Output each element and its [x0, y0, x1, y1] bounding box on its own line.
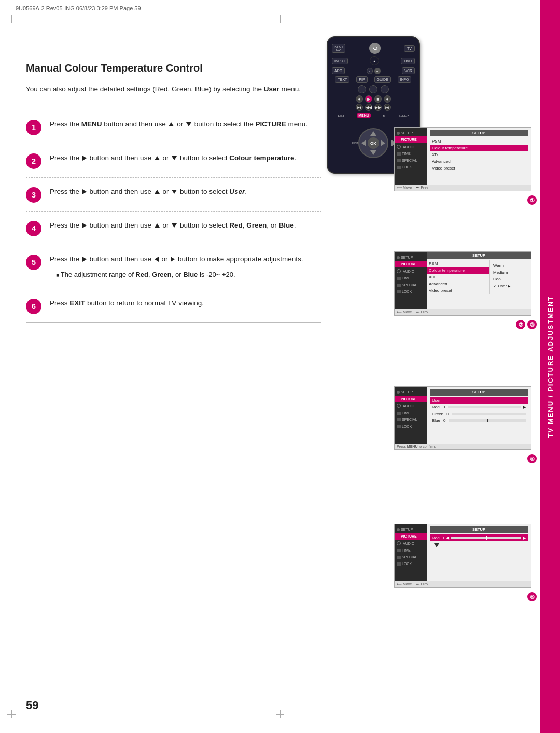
center-circle: ●	[370, 56, 379, 65]
tv-button[interactable]: TV	[404, 45, 415, 52]
screen3-wrapper: SETUP PICTURE AUDIO TIME SPECIAL	[394, 386, 537, 466]
screen2-wrapper: SETUP PICTURE AUDIO TIME SPECIAL	[394, 251, 537, 331]
screen2-menu-area: PSM Colour temperature XD Advanced Video…	[427, 260, 531, 294]
guide-button[interactable]: GUIDE	[374, 76, 391, 83]
section-title: Manual Colour Temperature Control	[26, 62, 321, 74]
info-button[interactable]: INFO	[398, 76, 412, 83]
media-fforward[interactable]: ⏭	[384, 104, 391, 111]
screen2-badge1: ②	[516, 320, 525, 329]
num-btn-3[interactable]	[381, 85, 389, 93]
dot-buttons: - ●	[367, 68, 381, 74]
sb1-setup: SETUP	[395, 130, 427, 136]
screen3-item-red: Red 0 ▶	[430, 404, 528, 411]
dot-button[interactable]: ●	[374, 68, 381, 74]
ok-button[interactable]: OK	[368, 137, 379, 149]
footer2-prev: ▪▪▪ Prev	[416, 310, 428, 314]
screen1-item-video-preset: Video preset	[430, 165, 528, 172]
step-number-3: 3	[26, 187, 41, 203]
vcr-button[interactable]: VCR	[402, 67, 415, 74]
step-number-2: 2	[26, 153, 41, 169]
footer4-move: ⟺ Move	[397, 582, 412, 586]
footer4-prev: ▪▪▪ Prev	[416, 582, 428, 586]
screen3-footer: Press MENU to confirm.	[395, 444, 531, 449]
nav-left[interactable]	[361, 140, 366, 146]
sb3-time: TIME	[395, 410, 427, 416]
media-prev[interactable]: ●	[356, 95, 363, 103]
step-1: 1 Press the MENU button and then use or …	[26, 110, 321, 144]
screen1-badge: ①	[527, 195, 537, 205]
step-text-1: Press the MENU button and then use or bu…	[50, 119, 321, 130]
sb2-setup: SETUP	[395, 254, 427, 261]
sb3-setup: SETUP	[395, 389, 427, 396]
footer-move: ⟺ Move	[397, 186, 412, 190]
sb2-picture: PICTURE	[395, 261, 427, 267]
step-text-5: Press the button and then use or button …	[50, 253, 321, 280]
screen4-main: SETUP Red 0 ◀ ▶	[427, 524, 531, 581]
nav-down[interactable]	[370, 150, 376, 155]
dash-button[interactable]: -	[367, 68, 373, 74]
input-da-button[interactable]: INPUTD/A	[332, 44, 345, 53]
sb1-audio: AUDIO	[395, 143, 427, 150]
arc-button[interactable]: ARC	[332, 67, 345, 74]
sb3-picture: PICTURE	[395, 396, 427, 402]
mi-button[interactable]: MI	[383, 114, 386, 117]
pip-button[interactable]: PIP	[356, 76, 367, 83]
screen2-inner: SETUP PICTURE AUDIO TIME SPECIAL	[395, 252, 531, 309]
sb2-special: SPECIAL	[395, 281, 427, 288]
sb1-time: TIME	[395, 150, 427, 157]
screen4-badge: ⑤	[527, 592, 537, 601]
print-header: 9U0569A-2 Rev05-ING 06/8/23 3:29 PM Page…	[16, 5, 141, 11]
power-button[interactable]: ⏻	[369, 43, 381, 54]
media-play[interactable]: ▶	[365, 95, 372, 103]
list-button[interactable]: LIST	[338, 114, 345, 117]
nav-ring: OK	[358, 128, 388, 158]
screen2-item-xd: XD	[427, 274, 489, 280]
nav-up[interactable]	[370, 131, 376, 136]
screen2-user: User	[493, 283, 528, 289]
step-4: 4 Press the button and then use or butto…	[26, 212, 321, 245]
step-number-6: 6	[26, 299, 41, 314]
screen2-item-psm: PSM	[427, 260, 489, 267]
media-stop[interactable]: ■	[374, 95, 382, 103]
screen2-item-video-preset: Video preset	[427, 287, 489, 294]
screen4-inner: SETUP PICTURE AUDIO TIME SPECIAL	[395, 524, 531, 581]
step-3: 3 Press the button and then use or butto…	[26, 178, 321, 212]
media-rewind[interactable]: ⏮	[356, 104, 363, 111]
crosshair-bottom-left	[7, 710, 16, 718]
menu-buttons-row: LIST MENU MI SLEEP	[332, 113, 415, 118]
screen3-item-user: User	[430, 397, 528, 404]
media-forward[interactable]: ▶▶	[374, 104, 382, 111]
sb4-setup: SETUP	[395, 526, 427, 533]
screen2-main: SETUP PSM Colour temperature XD Advanced…	[427, 252, 531, 309]
num-btn-2[interactable]	[369, 85, 377, 93]
step-number-1: 1	[26, 120, 41, 135]
screen3-item-blue: Blue 0	[430, 417, 528, 424]
dvd-button[interactable]: DVD	[401, 58, 415, 64]
screen4-header: SETUP	[430, 526, 528, 533]
sb4-time: TIME	[395, 547, 427, 554]
num-btn-1[interactable]	[358, 85, 366, 93]
screen4-sidebar: SETUP PICTURE AUDIO TIME SPECIAL	[395, 524, 427, 581]
screen1-footer: ⟺ Move ▪▪▪ Prev	[395, 185, 531, 191]
nav-right[interactable]	[381, 140, 385, 146]
sb3-lock: LOCK	[395, 423, 427, 430]
screen2-header: SETUP	[427, 252, 531, 259]
screen2-item-colour-temp: Colour temperature	[427, 267, 489, 274]
media-back[interactable]: ◀◀	[365, 104, 372, 111]
screen1-inner: SETUP PICTURE AUDIO TIME SPECIAL	[395, 128, 531, 185]
screen3-inner: SETUP PICTURE AUDIO TIME SPECIAL	[395, 387, 531, 444]
number-buttons-row	[332, 85, 415, 93]
badge1-row: ①	[394, 195, 537, 205]
step-text-6: Press EXIT button to return to normal TV…	[50, 298, 321, 309]
text-button[interactable]: TEXT	[335, 76, 349, 83]
media-next[interactable]: ●	[384, 95, 391, 103]
input-button[interactable]: INPUT	[332, 58, 348, 64]
screen3-item-green: Green 0	[430, 411, 528, 417]
sb4-lock: LOCK	[395, 560, 427, 567]
sleep-button[interactable]: SLEEP	[399, 114, 409, 117]
screen2-medium: Medium	[493, 269, 528, 276]
side-label: TV MENU / PICTURE ADJUSTMENT	[540, 0, 560, 733]
screen3-badge: ④	[527, 454, 537, 463]
menu-button[interactable]: MENU	[357, 113, 371, 118]
note-5: The adjustment range of Red, Green, or B…	[50, 270, 321, 280]
